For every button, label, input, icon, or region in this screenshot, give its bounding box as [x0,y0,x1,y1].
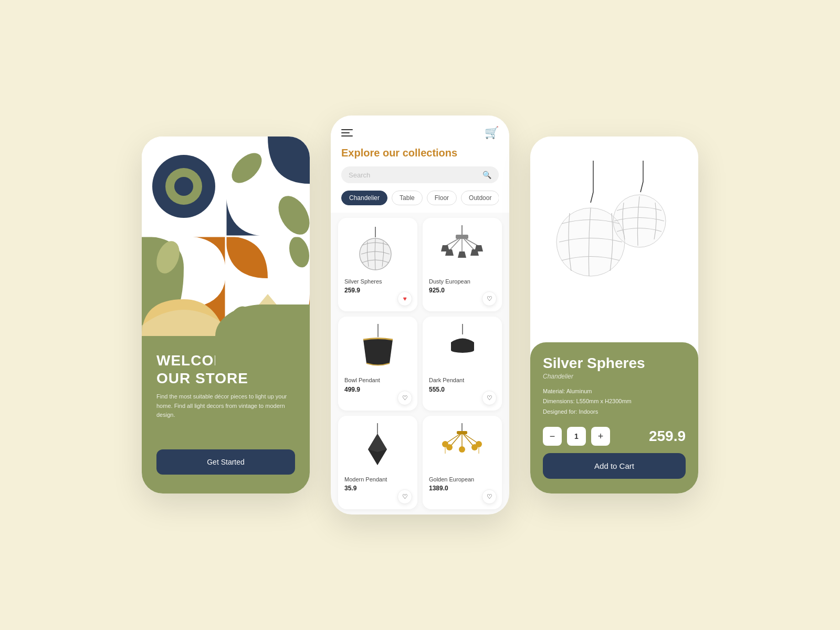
detail-bottom-section: Silver Spheres Chandelier Material: Alum… [530,342,698,494]
catalog-title: Explore our collections [341,147,499,159]
svg-point-42 [471,444,478,450]
add-to-cart-button[interactable]: Add to Cart [543,453,686,479]
spec-designed-for: Designed for: Indoors [543,407,686,417]
quantity-value: 1 [567,427,586,446]
product-name-dark-pendant: Dark Pendant [429,376,496,384]
catalog-topbar: 🛒 [341,126,499,140]
detail-image-area [530,136,698,342]
product-card-silver-spheres[interactable]: Silver Spheres 259.9 ♥ [338,218,417,311]
svg-line-23 [449,237,462,250]
detail-screen: Silver Spheres Chandelier Material: Alum… [530,136,698,494]
product-image-dusty-european [439,225,486,272]
filter-tabs: Chandelier Table Floor Outdoor Down [341,191,499,213]
favorite-btn-dark-pendant[interactable]: ♡ [482,391,497,405]
menu-icon[interactable] [341,129,353,136]
product-name-silver-spheres: Silver Spheres [344,278,411,286]
svg-line-21 [445,237,462,246]
product-name-golden-european: Golden European [429,476,496,484]
svg-point-4 [174,177,193,196]
detail-specs: Material: Aluminum Dimensions: L550mm x … [543,386,686,417]
svg-point-53 [613,195,666,247]
product-name-dusty-european: Dusty European [429,278,496,286]
svg-line-24 [462,237,475,250]
svg-line-51 [640,182,643,192]
svg-point-28 [451,348,474,353]
product-name-bowl-pendant: Bowl Pendant [344,376,411,384]
svg-line-22 [462,237,479,246]
get-started-button[interactable]: Get Started [156,449,295,475]
favorite-btn-bowl-pendant[interactable]: ♡ [397,391,412,405]
spec-material: Material: Aluminum [543,386,686,397]
screens-container: WELCOME TO OUR STORE Find the most suita… [21,116,819,514]
favorite-btn-golden-european[interactable]: ♡ [482,489,497,504]
spec-dimensions: Dimensions: L550mm x H2300mm [543,396,686,407]
product-image-dark-pendant [439,324,486,371]
tab-outdoor[interactable]: Outdoor [461,191,499,205]
svg-marker-31 [368,434,387,452]
decrease-quantity-button[interactable]: − [543,427,562,446]
tab-table[interactable]: Table [392,191,423,205]
tab-floor[interactable]: Floor [427,191,457,205]
welcome-description: Find the most suitable décor pieces to l… [156,392,295,420]
product-image-bowl-pendant [354,324,402,371]
favorite-btn-dusty-european[interactable]: ♡ [482,291,497,306]
product-image-golden-european [439,423,486,470]
svg-point-41 [446,444,453,450]
favorite-btn-silver-spheres[interactable]: ♥ [397,291,412,306]
catalog-screen: 🛒 Explore our collections Search 🔍 Chand… [331,116,509,514]
product-name-modern-pendant: Modern Pendant [344,476,411,484]
product-card-dusty-european[interactable]: Dusty European 925.0 ♡ [423,218,502,311]
quantity-controls: − 1 + 259.9 [543,427,686,446]
search-bar[interactable]: Search 🔍 [341,166,499,183]
svg-point-43 [459,446,465,453]
favorite-btn-modern-pendant[interactable]: ♡ [397,489,412,504]
detail-category: Chandelier [543,373,686,380]
svg-line-47 [591,192,593,203]
search-icon[interactable]: 🔍 [482,171,491,179]
detail-product-name: Silver Spheres [543,355,686,372]
welcome-title: WELCOME TO OUR STORE [156,352,295,387]
cart-icon[interactable]: 🛒 [485,126,499,140]
detail-price: 259.9 [649,428,686,445]
tab-chandelier[interactable]: Chandelier [341,191,387,205]
search-placeholder: Search [349,171,478,179]
product-card-dark-pendant[interactable]: Dark Pendant 555.0 ♡ [423,317,502,410]
product-card-modern-pendant[interactable]: Modern Pendant 35.9 ♡ [338,416,417,509]
increase-quantity-button[interactable]: + [591,427,610,446]
catalog-header: 🛒 Explore our collections Search 🔍 Chand… [331,116,509,213]
catalog-grid: Silver Spheres 259.9 ♥ [331,213,509,514]
product-card-bowl-pendant[interactable]: Bowl Pendant 499.9 ♡ [338,317,417,410]
product-image-silver-spheres [354,225,402,272]
product-image-modern-pendant [354,423,402,470]
welcome-bottom-section: WELCOME TO OUR STORE Find the most suita… [142,336,310,494]
svg-point-18 [360,238,391,270]
product-card-golden-european[interactable]: Golden European 1389.0 ♡ [423,416,502,509]
welcome-screen: WELCOME TO OUR STORE Find the most suita… [142,136,310,494]
